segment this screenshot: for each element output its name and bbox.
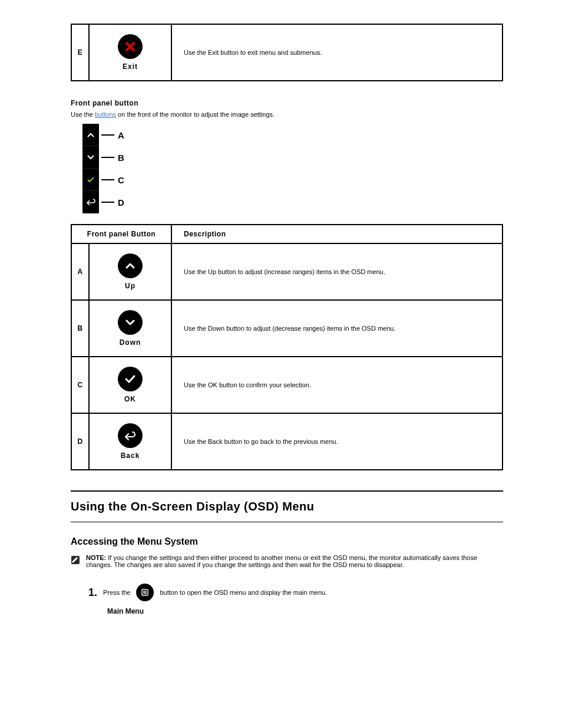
down-label: Down	[94, 338, 166, 347]
row-index: E	[71, 24, 89, 81]
diag-back-icon	[82, 191, 99, 213]
step-1: 1. Press the button to open the OSD menu…	[88, 584, 503, 601]
col-header-button: Front panel Button	[71, 225, 171, 243]
row-index: D	[71, 413, 89, 470]
front-panel-heading: Front panel button	[71, 99, 503, 107]
chevron-down-icon	[118, 310, 143, 335]
diag-ok-icon	[82, 169, 99, 191]
up-label: Up	[94, 282, 166, 290]
note-text: NOTE: If you change the settings and the…	[86, 554, 503, 568]
row-index: C	[71, 357, 89, 413]
buttons-link[interactable]: buttons	[95, 111, 116, 118]
row-index: B	[71, 300, 89, 357]
main-menu-label: Main Menu	[107, 607, 503, 615]
x-icon	[118, 34, 143, 59]
back-button-cell: Back	[89, 413, 171, 470]
up-button-cell: Up	[89, 243, 171, 300]
exit-button-table: E Exit Use the Exit button to exit menu …	[71, 24, 503, 81]
ok-desc: Use the OK button to confirm your select…	[171, 357, 503, 413]
back-label: Back	[94, 452, 166, 460]
table-row: C OK Use the OK button to confirm your s…	[71, 357, 503, 413]
osd-subheading: Accessing the Menu System	[71, 536, 503, 547]
chevron-up-icon	[118, 253, 143, 278]
button-strip-diagram: A B C D	[82, 124, 503, 213]
osd-section-heading: Using the On-Screen Display (OSD) Menu	[71, 500, 503, 513]
diag-up-icon	[82, 124, 99, 146]
ok-button-cell: OK	[89, 357, 171, 413]
exit-button-cell: Exit	[89, 24, 171, 81]
back-arrow-icon	[118, 423, 143, 448]
col-header-desc: Description	[171, 225, 503, 243]
note-icon	[71, 555, 80, 565]
ok-label: OK	[94, 395, 166, 403]
exit-label: Exit	[94, 62, 166, 71]
up-desc: Use the Up button to adjust (increase ra…	[171, 243, 503, 300]
row-index: A	[71, 243, 89, 300]
front-panel-intro: Use the buttons on the front of the moni…	[71, 111, 503, 118]
page-body: E Exit Use the Exit button to exit menu …	[71, 24, 503, 615]
menu-icon	[136, 584, 154, 601]
back-desc: Use the Back button to go back to the pr…	[171, 413, 503, 470]
diag-down-icon	[82, 146, 99, 169]
down-desc: Use the Down button to adjust (decrease …	[171, 300, 503, 357]
step-number: 1.	[88, 587, 97, 599]
divider	[71, 522, 503, 522]
table-row: A Up Use the Up button to adjust (increa…	[71, 243, 503, 300]
table-row: D Back Use the Back button to go back to…	[71, 413, 503, 470]
nav-buttons-table: Front panel Button Description A Up Use …	[71, 224, 503, 470]
exit-desc: Use the Exit button to exit menu and sub…	[171, 24, 503, 81]
table-row: B Down Use the Down button to adjust (de…	[71, 300, 503, 357]
down-button-cell: Down	[89, 300, 171, 357]
note-block: NOTE: If you change the settings and the…	[71, 554, 503, 568]
divider	[71, 490, 503, 492]
check-icon	[118, 367, 143, 391]
